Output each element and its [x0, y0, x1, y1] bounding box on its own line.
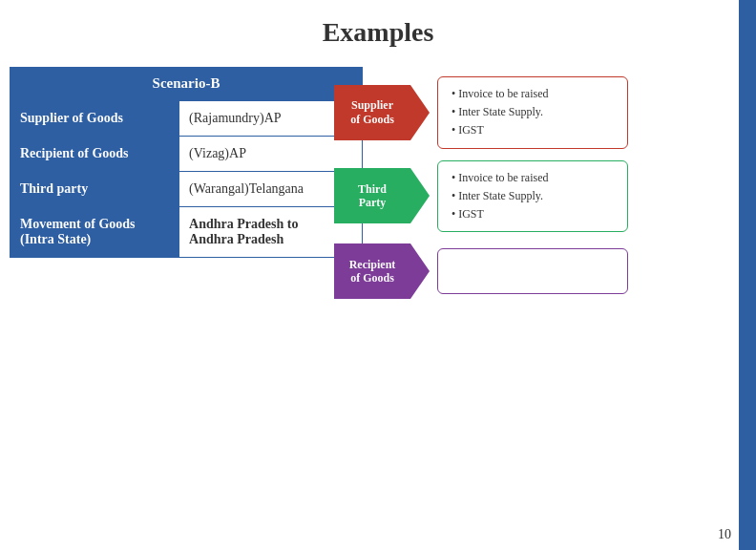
third-info-list: Invoice to be raised Inter State Supply.…: [452, 169, 614, 224]
row-label-3: Movement of Goods(Intra State): [10, 207, 179, 258]
supplier-info-item-2: IGST: [452, 121, 614, 139]
row-label-1: Recipient of Goods: [10, 137, 179, 172]
main-table: Supplier of Goods (Rajamundry)AP Recipie…: [10, 100, 363, 258]
third-label: ThirdParty: [358, 182, 387, 210]
third-info-item-2: IGST: [452, 205, 614, 223]
table-row: Recipient of Goods (Vizag)AP: [10, 137, 363, 172]
scenario-header: Scenario-B: [10, 67, 363, 100]
recipient-info-box: [437, 248, 628, 294]
table-row-movement: Movement of Goods(Intra State) Andhra Pr…: [10, 207, 363, 258]
recipient-arrow: Recipientof Goods: [334, 243, 410, 299]
table-row: Supplier of Goods (Rajamundry)AP: [10, 101, 363, 137]
supplier-info-item-1: Inter State Supply.: [452, 103, 614, 121]
page-title: Examples: [0, 0, 756, 61]
supplier-arrow: Supplierof Goods: [334, 85, 410, 140]
table-area: Scenario-B Supplier of Goods (Rajamundry…: [10, 67, 363, 258]
supplier-info-list: Invoice to be raised Inter State Supply.…: [452, 85, 614, 140]
row-label-2: Third party: [10, 172, 179, 207]
third-info-item-1: Inter State Supply.: [452, 187, 614, 205]
supplier-info-item-0: Invoice to be raised: [452, 85, 614, 103]
supplier-label: Supplierof Goods: [350, 98, 394, 126]
right-border: [739, 0, 756, 550]
supplier-row: Supplierof Goods Invoice to be raised In…: [334, 76, 725, 149]
page-number: 10: [718, 527, 731, 542]
recipient-row: Recipientof Goods: [334, 243, 725, 299]
third-info-box: Invoice to be raised Inter State Supply.…: [437, 160, 628, 233]
third-row: ThirdParty Invoice to be raised Inter St…: [334, 160, 725, 233]
third-info-item-0: Invoice to be raised: [452, 169, 614, 187]
third-arrow: ThirdParty: [334, 168, 410, 223]
row-label-0: Supplier of Goods: [10, 101, 179, 137]
table-row: Third party (Warangal)Telangana: [10, 172, 363, 207]
diagram-area: Supplierof Goods Invoice to be raised In…: [334, 76, 725, 516]
recipient-label: Recipientof Goods: [349, 258, 396, 286]
supplier-info-box: Invoice to be raised Inter State Supply.…: [437, 76, 628, 149]
